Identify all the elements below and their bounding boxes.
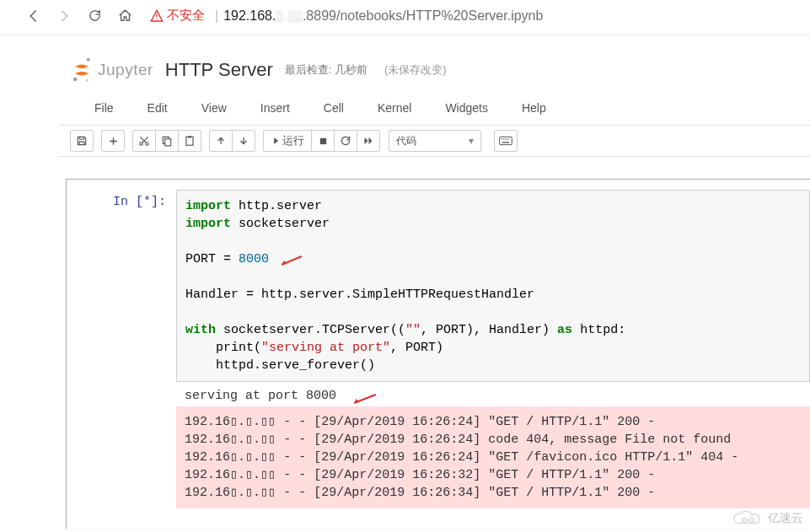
url-obscured: ▯.▯▯ — [276, 8, 302, 24]
menu-bar: File Edit View Insert Cell Kernel Widget… — [59, 89, 810, 126]
save-icon — [76, 135, 88, 147]
run-button[interactable]: 运行 — [263, 130, 312, 152]
restart-button[interactable] — [334, 130, 357, 152]
jupyter-logo[interactable]: Jupyter — [71, 57, 153, 83]
stderr: 192.16▯.▯.▯▯ - - [29/Apr/2019 16:26:24] … — [176, 406, 810, 508]
svg-point-19 — [749, 518, 754, 522]
menu-cell[interactable]: Cell — [307, 98, 361, 118]
watermark: 亿速云 — [733, 510, 803, 527]
fast-forward-icon — [362, 136, 374, 146]
back-button[interactable] — [24, 6, 44, 26]
url-bar[interactable]: 不安全 | 192.168.▯.▯▯.8899/notebooks/HTTP%2… — [145, 6, 802, 25]
save-button[interactable] — [70, 130, 94, 152]
celltype-select[interactable]: 代码 — [389, 130, 481, 152]
menu-edit[interactable]: Edit — [131, 98, 185, 118]
menu-file[interactable]: File — [78, 98, 131, 118]
paste-icon — [184, 135, 196, 147]
paste-button[interactable] — [178, 130, 201, 152]
fast-forward-button[interactable] — [357, 130, 380, 152]
watermark-icon — [733, 510, 764, 527]
svg-rect-9 — [186, 137, 193, 145]
jupyter-header: Jupyter HTTP Server 最后检查: 几秒前 (未保存改变) — [59, 51, 810, 89]
run-label: 运行 — [282, 133, 304, 148]
watermark-text: 亿速云 — [768, 511, 803, 526]
notebook-title[interactable]: HTTP Server — [165, 59, 273, 81]
notebook-container: In [*]: import http.server import socket… — [59, 157, 810, 529]
stop-button[interactable] — [311, 130, 335, 152]
svg-rect-17 — [502, 142, 509, 142]
toolbar: 运行 代码 — [59, 126, 810, 157]
svg-rect-15 — [506, 138, 507, 139]
code-content: import http.server import socketserver P… — [185, 197, 801, 374]
jupyter-logo-text: Jupyter — [98, 61, 153, 79]
copy-button[interactable] — [155, 130, 179, 152]
cut-icon — [138, 135, 150, 147]
menu-insert[interactable]: Insert — [244, 98, 307, 118]
move-up-button[interactable] — [209, 130, 233, 152]
last-check-prefix: 最后检查: — [285, 63, 332, 76]
svg-rect-8 — [165, 139, 171, 146]
jupyter-page: Jupyter HTTP Server 最后检查: 几秒前 (未保存改变) Fi… — [0, 35, 810, 529]
output-area: serving at port 8000 192.16▯.▯.▯▯ - - [2… — [176, 382, 810, 508]
code-input-area[interactable]: import http.server import socketserver P… — [176, 190, 810, 382]
url-separator: | — [215, 8, 218, 24]
stop-icon — [319, 137, 328, 146]
not-secure-label: 不安全 — [167, 8, 205, 24]
menu-view[interactable]: View — [185, 98, 244, 118]
last-check-value: 几秒前 — [335, 63, 367, 76]
stdout: serving at port 8000 — [176, 382, 810, 406]
svg-point-1 — [156, 18, 157, 19]
reload-button[interactable] — [84, 6, 105, 26]
browser-bar: 不安全 | 192.168.▯.▯▯.8899/notebooks/HTTP%2… — [0, 0, 810, 35]
not-secure-badge: 不安全 — [150, 8, 205, 24]
input-prompt: In [*]: — [67, 190, 176, 382]
arrow-up-icon — [216, 136, 226, 146]
celltype-value: 代码 — [396, 134, 416, 148]
move-down-button[interactable] — [232, 130, 255, 152]
menu-widgets[interactable]: Widgets — [428, 98, 505, 118]
svg-rect-12 — [500, 137, 512, 144]
copy-icon — [161, 135, 173, 147]
svg-point-3 — [73, 78, 78, 82]
jupyter-icon — [71, 57, 93, 83]
arrow-down-icon — [239, 136, 249, 146]
restart-icon — [340, 135, 351, 147]
run-icon — [271, 137, 279, 145]
unsaved-indicator: (未保存改变) — [384, 62, 447, 78]
svg-point-4 — [86, 79, 89, 82]
forward-button[interactable] — [54, 6, 74, 26]
url-host: 192.168. — [223, 8, 276, 24]
home-button[interactable] — [115, 6, 135, 26]
menu-kernel[interactable]: Kernel — [361, 98, 428, 118]
svg-rect-10 — [188, 136, 191, 137]
plus-icon — [108, 136, 119, 147]
svg-rect-13 — [502, 138, 502, 139]
add-cell-button[interactable] — [101, 130, 125, 152]
url-rest: .8899/notebooks/HTTP%20Server.ipynb — [303, 8, 544, 24]
svg-point-18 — [743, 518, 747, 522]
svg-rect-14 — [503, 138, 504, 139]
last-checkpoint: 最后检查: 几秒前 — [285, 62, 367, 78]
cut-button[interactable] — [132, 130, 156, 152]
command-palette-button[interactable] — [494, 130, 518, 152]
keyboard-icon — [499, 136, 512, 146]
warning-icon — [150, 9, 164, 23]
stderr-content: 192.16▯.▯.▯▯ - - [29/Apr/2019 16:26:24] … — [185, 413, 802, 502]
code-cell[interactable]: In [*]: import http.server import socket… — [67, 180, 810, 508]
svg-rect-16 — [508, 138, 509, 139]
menu-help[interactable]: Help — [505, 98, 563, 118]
notebook: In [*]: import http.server import socket… — [66, 179, 810, 529]
svg-rect-11 — [319, 137, 325, 143]
svg-point-2 — [87, 58, 90, 62]
